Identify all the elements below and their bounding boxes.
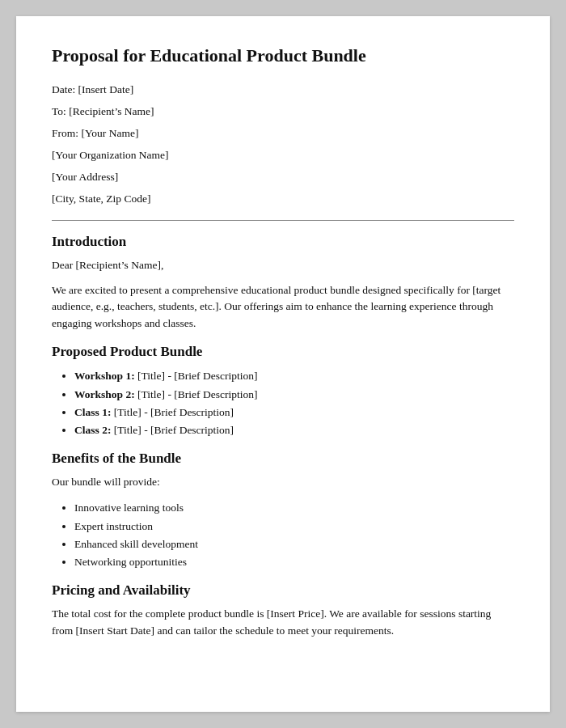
pricing-section: Pricing and Availability The total cost … [52,582,514,640]
bundle-item-label-3: Class 2: [74,424,111,436]
proposed-bundle-heading: Proposed Product Bundle [52,344,514,360]
bundle-item-text-1: [Title] - [Brief Description] [137,388,257,400]
bundle-item-text-2: [Title] - [Brief Description] [114,406,234,418]
introduction-salutation: Dear [Recipient’s Name], [52,257,514,274]
meta-to: To: [Recipient’s Name] [52,103,514,121]
bundle-item-label-0: Workshop 1: [74,370,135,382]
benefit-item-0: Innovative learning tools [74,502,184,514]
benefits-section: Benefits of the Bundle Our bundle will p… [52,451,514,571]
bundle-item-label-2: Class 1: [74,406,111,418]
list-item: Innovative learning tools [74,499,514,517]
benefit-item-3: Networking opportunities [74,556,187,568]
meta-block: Date: [Insert Date] To: [Recipient’s Nam… [52,81,514,209]
section-divider [52,220,514,221]
list-item: Expert instruction [74,518,514,535]
list-item: Networking opportunities [74,553,514,571]
bundle-item-label-1: Workshop 2: [74,388,135,400]
document-page: Proposal for Educational Product Bundle … [16,16,550,712]
document-title: Proposal for Educational Product Bundle [52,45,514,66]
proposed-bundle-section: Proposed Product Bundle Workshop 1: [Tit… [52,344,514,439]
meta-org: [Your Organization Name] [52,146,514,165]
list-item: Class 1: [Title] - [Brief Description] [74,404,514,421]
pricing-body: The total cost for the complete product … [52,606,514,640]
benefit-item-1: Expert instruction [74,520,153,532]
benefits-intro: Our bundle will provide: [52,474,514,491]
meta-city: [City, State, Zip Code] [52,190,514,209]
benefits-heading: Benefits of the Bundle [52,451,514,467]
list-item: Workshop 2: [Title] - [Brief Description… [74,386,514,404]
introduction-body: We are excited to present a comprehensiv… [52,282,514,333]
meta-from: From: [Your Name] [52,125,514,143]
introduction-heading: Introduction [52,234,514,250]
introduction-section: Introduction Dear [Recipient’s Name], We… [52,234,514,333]
list-item: Class 2: [Title] - [Brief Description] [74,421,514,439]
benefits-list: Innovative learning tools Expert instruc… [74,499,514,571]
benefit-item-2: Enhanced skill development [74,538,198,550]
meta-date: Date: [Insert Date] [52,81,514,99]
list-item: Workshop 1: [Title] - [Brief Description… [74,367,514,385]
meta-address: [Your Address] [52,168,514,187]
proposed-bundle-list: Workshop 1: [Title] - [Brief Description… [74,367,514,439]
bundle-item-text-3: [Title] - [Brief Description] [114,424,234,436]
pricing-heading: Pricing and Availability [52,582,514,599]
list-item: Enhanced skill development [74,535,514,553]
bundle-item-text-0: [Title] - [Brief Description] [137,370,257,382]
